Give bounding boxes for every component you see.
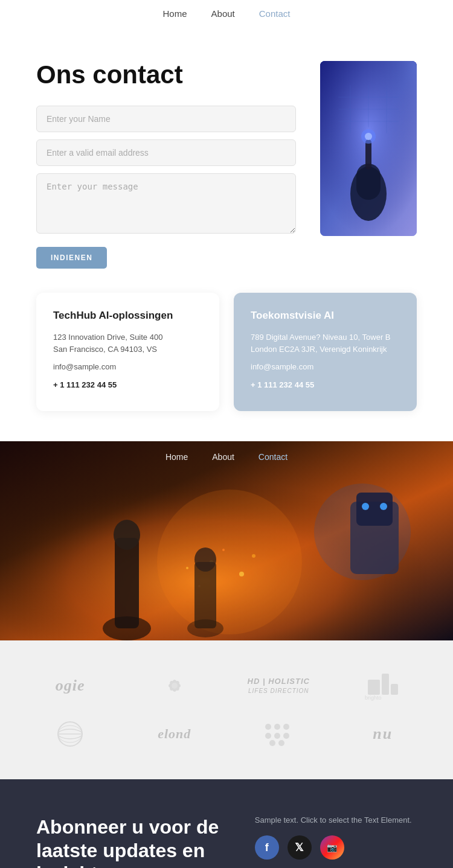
twitter-icon: 𝕏 bbox=[295, 841, 304, 854]
hero-image-inner bbox=[320, 61, 417, 236]
email-input[interactable] bbox=[36, 139, 296, 166]
footer-title: Abonneer u voor de laatste updates en in… bbox=[36, 815, 231, 868]
svg-point-52 bbox=[269, 740, 275, 746]
full-image-section: Home About Contact bbox=[0, 441, 453, 640]
facebook-icon: f bbox=[265, 841, 269, 854]
overlay-nav: Home About Contact bbox=[165, 452, 288, 462]
footer-section: Abonneer u voor de laatste updates en in… bbox=[0, 779, 453, 868]
name-input[interactable] bbox=[36, 106, 296, 132]
svg-point-49 bbox=[265, 733, 271, 739]
card-techhub-address: 123 Innovation Drive, Suite 400 San Fran… bbox=[53, 331, 202, 355]
logo-flower bbox=[159, 671, 190, 701]
footer-right: Sample text. Click to select the Text El… bbox=[255, 815, 417, 868]
facebook-button[interactable]: f bbox=[255, 835, 279, 860]
card-toekomst-email: info@sample.com bbox=[251, 361, 400, 373]
logo-ogie: ogie bbox=[56, 677, 85, 695]
svg-point-25 bbox=[222, 549, 225, 551]
svg-point-48 bbox=[283, 724, 289, 730]
logo-elond: elond bbox=[158, 726, 191, 742]
main-nav: Home About Contact bbox=[0, 0, 453, 25]
overlay-nav-home[interactable]: Home bbox=[165, 452, 188, 462]
svg-point-29 bbox=[186, 567, 188, 569]
overlay-nav-about[interactable]: About bbox=[212, 452, 234, 462]
page-title: Ons contact bbox=[36, 61, 296, 89]
logo-circle-icon bbox=[55, 719, 85, 749]
footer-left: Abonneer u voor de laatste updates en in… bbox=[36, 815, 231, 868]
svg-text:brighto: brighto bbox=[365, 695, 382, 701]
card-toekomst-phone: + 1 111 232 44 55 bbox=[251, 379, 400, 391]
card-toekomst-address: 789 Digital Avenue? Niveau 10, Tower B L… bbox=[251, 331, 400, 355]
info-cards: TechHub AI-oplossingen 123 Innovation Dr… bbox=[0, 293, 453, 441]
submit-button[interactable]: INDIENEN bbox=[36, 247, 107, 269]
twitter-button[interactable]: 𝕏 bbox=[288, 835, 312, 860]
social-icons: f 𝕏 📷 bbox=[255, 835, 417, 860]
svg-point-23 bbox=[380, 503, 387, 510]
card-techhub-title: TechHub AI-oplossingen bbox=[53, 310, 202, 322]
overlay-nav-contact[interactable]: Contact bbox=[259, 452, 288, 462]
svg-point-50 bbox=[274, 733, 280, 739]
svg-point-32 bbox=[194, 547, 216, 572]
svg-point-26 bbox=[239, 572, 244, 576]
nav-contact[interactable]: Contact bbox=[259, 8, 291, 19]
svg-rect-4 bbox=[365, 139, 371, 170]
logos-section: ogie HD | HOLISTICLIFES DIRECTION bright… bbox=[0, 640, 453, 779]
svg-point-37 bbox=[172, 683, 178, 689]
card-toekomst: Toekomstvisie AI 789 Digital Avenue? Niv… bbox=[234, 293, 417, 411]
logo-brighto-icon: brighto bbox=[365, 671, 401, 701]
logo-dots-icon bbox=[262, 721, 295, 748]
svg-rect-18 bbox=[115, 538, 139, 628]
message-input[interactable] bbox=[36, 173, 296, 234]
hero-section: Ons contact INDIENEN bbox=[0, 25, 453, 293]
logo-flower-icon bbox=[159, 671, 190, 701]
svg-rect-38 bbox=[368, 680, 380, 695]
logo-dots bbox=[262, 721, 295, 748]
logo-circle-lines bbox=[55, 719, 85, 749]
nav-about[interactable]: About bbox=[211, 8, 235, 19]
logo-hd: HD | HOLISTICLIFES DIRECTION bbox=[248, 677, 310, 695]
nav-home[interactable]: Home bbox=[163, 8, 187, 19]
svg-point-46 bbox=[265, 724, 271, 730]
svg-point-22 bbox=[362, 503, 369, 510]
svg-point-19 bbox=[114, 520, 140, 550]
svg-point-6 bbox=[365, 133, 372, 140]
svg-point-53 bbox=[278, 740, 284, 746]
hero-left: Ons contact INDIENEN bbox=[36, 61, 296, 269]
svg-rect-21 bbox=[356, 493, 393, 526]
logo-brighto: brighto bbox=[365, 671, 401, 701]
instagram-button[interactable]: 📷 bbox=[320, 835, 344, 860]
logo-nu: nu bbox=[373, 725, 393, 743]
svg-point-15 bbox=[157, 490, 302, 634]
svg-point-28 bbox=[252, 554, 255, 558]
instagram-icon: 📷 bbox=[327, 843, 337, 852]
card-techhub-email: info@sample.com bbox=[53, 361, 202, 373]
svg-point-47 bbox=[274, 724, 280, 730]
svg-rect-39 bbox=[382, 674, 389, 695]
card-techhub: TechHub AI-oplossingen 123 Innovation Dr… bbox=[36, 293, 219, 411]
footer-sample-text: Sample text. Click to select the Text El… bbox=[255, 815, 417, 825]
hero-image bbox=[320, 61, 417, 236]
svg-rect-40 bbox=[391, 684, 398, 695]
card-toekomst-title: Toekomstvisie AI bbox=[251, 310, 400, 322]
svg-rect-31 bbox=[194, 562, 216, 628]
card-techhub-phone: + 1 111 232 44 55 bbox=[53, 379, 202, 391]
hero-illustration bbox=[320, 61, 417, 236]
svg-point-51 bbox=[283, 733, 289, 739]
scene-illustration bbox=[0, 441, 453, 640]
